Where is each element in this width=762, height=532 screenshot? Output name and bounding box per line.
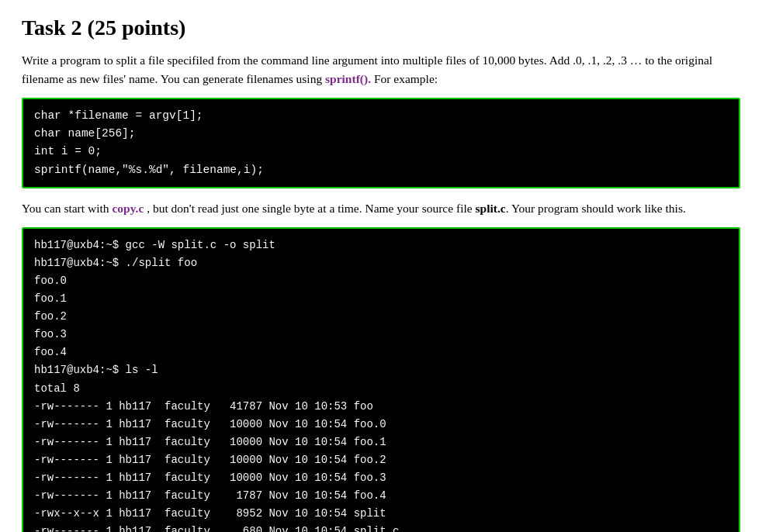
description-text-2: For example: (371, 72, 438, 85)
description-paragraph-2: You can start with copy.c , but don't re… (22, 199, 740, 218)
description-paragraph-1: Write a program to split a file specifil… (22, 51, 740, 88)
code-example-block: char *filename = argv[1]; char name[256]… (22, 98, 740, 188)
terminal-output-block: hb117@uxb4:~$ gcc -W split.c -o split hb… (22, 227, 740, 532)
page-title: Task 2 (25 points) (22, 16, 740, 40)
split-c-bold: split.c (476, 202, 506, 215)
copy-c-link[interactable]: copy.c (112, 202, 144, 215)
sprintf-link[interactable]: sprintf(). (325, 72, 371, 85)
description-text-4: , but don't read just one single byte at… (144, 202, 475, 215)
description-text-3: You can start with (22, 202, 112, 215)
description-text-5: . Your program should work like this. (506, 202, 686, 215)
